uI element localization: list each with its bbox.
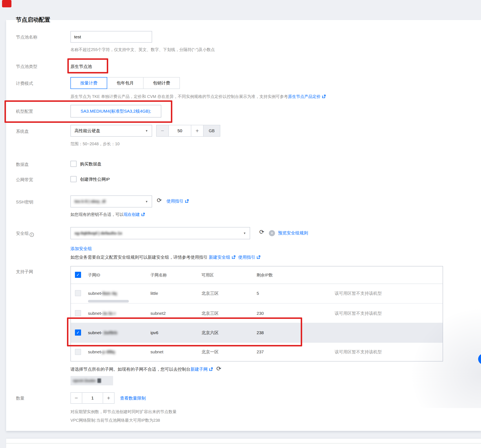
quantity-label: 数量	[16, 395, 24, 401]
add-security-group-link[interactable]: 添加安全组	[70, 246, 92, 251]
table-row-subnet2[interactable]: subnet- Ja 3z r subnet2 北京三区 230 该可用区暂不支…	[71, 304, 443, 323]
subnet-id-redacted: 8wn 4q	[102, 291, 117, 296]
subnet-id-cell: subnet- 2wf9rb	[88, 323, 117, 342]
refresh-icon[interactable]: ⟳	[216, 365, 221, 372]
tab-billing-pay-as-you-go[interactable]: 按量计费	[70, 77, 107, 89]
node-pool-type-value: 原生节点池	[70, 64, 92, 69]
select-all-checkbox[interactable]: ✓	[75, 272, 81, 278]
row-checkbox-checked[interactable]: ✓	[75, 330, 81, 336]
minus-icon: −	[161, 128, 164, 134]
new-sg-link[interactable]: 新建安全组	[209, 255, 230, 259]
security-group-label-text: 安全组	[16, 231, 29, 236]
subnet-name-cell: ipv6	[150, 323, 158, 342]
zone-note-cell: 该可用区暂不支持该机型	[335, 284, 382, 303]
quantity-plus-button[interactable]: +	[103, 392, 114, 404]
row-checkbox[interactable]	[75, 349, 81, 355]
table-row-ipv6-selected[interactable]: ✓ subnet- 2wf9rb ipv6 北京六区 238	[71, 323, 443, 342]
ssh-guide-link[interactable]: 使用指引	[166, 199, 184, 203]
node-pool-name-label: 节点池名称	[16, 34, 37, 40]
external-link-icon	[141, 212, 145, 216]
preview-sg-rules-link[interactable]: 预览安全组规则	[278, 230, 308, 236]
ssh-key-label: SSH密钥	[16, 199, 33, 205]
tab-billing-reserved[interactable]: 包销计费	[143, 77, 180, 89]
sg-guide-link[interactable]: 使用指引	[238, 255, 256, 259]
instance-config-value: SA3.MEDIUM4(标准型SA3,2核4GB);	[81, 108, 151, 114]
col-zone: 可用区	[202, 266, 214, 284]
node-pool-name-value: test	[74, 35, 81, 39]
chevron-down-icon: ▼	[243, 232, 246, 235]
public-bandwidth-label: 公网带宽	[16, 177, 33, 183]
zone-cell: 北京一区	[202, 343, 219, 361]
disk-size-minus-button[interactable]: −	[156, 125, 169, 137]
security-group-label: 安全组i	[16, 231, 34, 237]
subnet-id-prefix: subnet-	[88, 330, 102, 335]
zone-cell: 北京六区	[202, 323, 219, 342]
buy-data-disk-text[interactable]: 购买数据盘	[80, 161, 101, 167]
billing-mode-label: 计费模式	[16, 81, 33, 86]
tab-billing-monthly[interactable]: 包年包月	[107, 77, 143, 89]
system-disk-type-select[interactable]: 高性能云硬盘 ▼	[70, 125, 152, 137]
node-pool-name-input[interactable]: test	[70, 31, 152, 43]
ssh-guide: 使用指引	[166, 198, 189, 204]
zone-note-cell: 该可用区暂不支持该机型	[335, 343, 382, 361]
name-helper-text: 名称不超过255个字符，仅支持中文、英文、数字、下划线，分隔符("-")及小数点	[70, 47, 215, 52]
subnet-name-cell: subnet	[150, 343, 163, 361]
chevron-down-icon: ▼	[145, 200, 148, 203]
subnet-id-cell: subnet- Ja 3z r	[88, 304, 116, 323]
quantity-minus-button[interactable]: −	[70, 392, 82, 404]
chevron-down-icon: ▼	[145, 129, 148, 132]
chip-icon[interactable]	[97, 378, 101, 383]
annotation-marker	[2, 0, 11, 7]
zone-cell: 北京三区	[202, 284, 219, 303]
quantity-input[interactable]: 1	[82, 392, 103, 404]
quantity-limit-link[interactable]: 查看数量限制	[120, 395, 146, 401]
clear-security-group-icon[interactable]: ✕	[269, 230, 275, 236]
disk-unit-label: GB	[209, 129, 215, 133]
create-eip-checkbox[interactable]	[70, 176, 76, 182]
external-link-icon	[256, 255, 261, 259]
external-link-icon	[209, 367, 213, 371]
subnet-id-prefix: subnet-	[88, 311, 102, 316]
node-pool-type-label: 节点池类型	[16, 64, 37, 69]
external-link-icon	[185, 199, 189, 203]
plus-icon: +	[107, 395, 110, 401]
table-row-subnet-little[interactable]: subnet- 8wn 4q little 北京三区 5 该可用区暂不支持该机型	[71, 284, 443, 303]
col-subnet-name: 子网名称	[150, 266, 167, 284]
col-remaining-ips: 剩余IP数	[257, 266, 273, 284]
security-group-select[interactable]: sg-0qk9vqd | defaults-1x ▼	[70, 227, 250, 239]
page-title: 节点启动配置	[16, 16, 50, 24]
instance-config-select[interactable]: SA3.MEDIUM4(标准型SA3,2核4GB);	[70, 105, 161, 118]
subnet-id-prefix: subnet-	[88, 291, 102, 296]
minus-icon: −	[75, 395, 78, 401]
create-eip-text[interactable]: 创建弹性公网IP	[80, 176, 110, 182]
subnet-id-cell: subnet- p 4f8q	[88, 343, 115, 361]
external-link-icon	[232, 255, 236, 259]
disk-size-value: 50	[177, 128, 182, 133]
info-icon[interactable]: i	[30, 233, 34, 237]
plus-icon: +	[195, 128, 199, 134]
refresh-icon[interactable]: ⟳	[157, 198, 162, 203]
security-group-value-redacted: sg-0qk9vqd | defaults-1x	[75, 231, 122, 236]
row-checkbox[interactable]	[75, 290, 81, 296]
ssh-key-value-redacted: tes k 8 | skey_dl	[75, 199, 105, 204]
new-subnet-link[interactable]: 新建子网	[190, 367, 208, 372]
security-group-note: 如您业务需要自定义配置安全组规则可以新建安全组，详情参考使用指引 新建安全组 使…	[70, 254, 261, 260]
create-key-link[interactable]: 现在创建	[124, 212, 140, 217]
pricing-link[interactable]: 原生节点产品定价	[288, 94, 321, 99]
next-section-divider	[6, 443, 481, 443]
refresh-icon[interactable]: ⟳	[259, 229, 264, 235]
ssh-note: 如您现有的密钥不合适，可以现在创建	[70, 212, 145, 217]
ssh-key-select[interactable]: tes k 8 | skey_dl ▼	[70, 195, 152, 207]
disk-size-input[interactable]: 50	[169, 125, 191, 137]
table-row-subnet[interactable]: subnet- p 4f8q subnet 北京一区 237 该可用区暂不支持该…	[71, 343, 443, 361]
subnet-table: ✓ 子网ID 子网名称 可用区 剩余IP数 subnet- 8wn 4q lit…	[70, 266, 443, 361]
row-checkbox[interactable]	[75, 310, 81, 316]
disk-size-plus-button[interactable]: +	[191, 125, 203, 137]
sg-note-text: 如您业务需要自定义配置安全组规则可以新建安全组，详情参考使用指引	[70, 255, 209, 259]
billing-note-text: 原生节点为 TKE 单独计费云产品，定价和 CVM 存在差异，不同实例规格的节点…	[70, 94, 288, 99]
redaction-bar	[88, 300, 129, 302]
subnet-id-redacted: Ja 3z r	[102, 311, 116, 316]
buy-data-disk-checkbox[interactable]	[70, 161, 76, 167]
ips-cell: 238	[257, 323, 264, 342]
zone-cell: 北京三区	[202, 304, 219, 323]
